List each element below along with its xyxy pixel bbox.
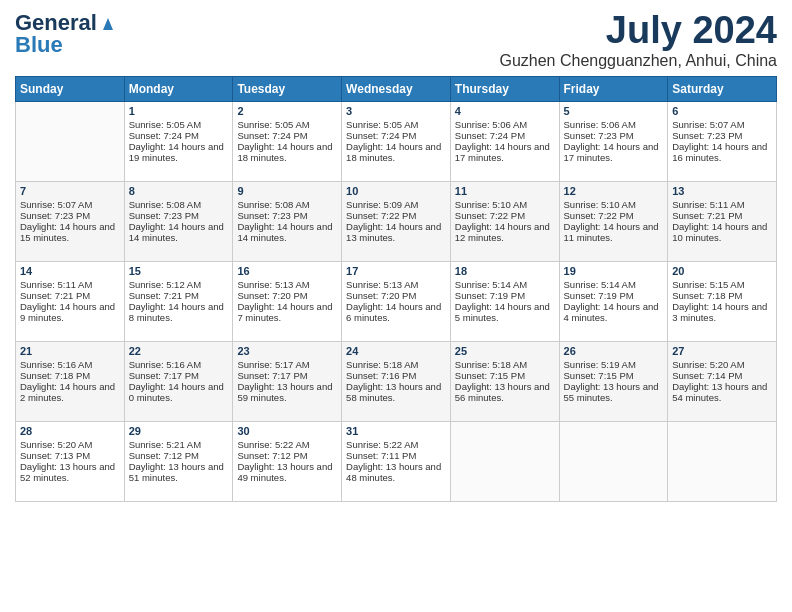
day-number: 9: [237, 185, 337, 197]
calendar-cell: 29Sunrise: 5:21 AMSunset: 7:12 PMDayligh…: [124, 421, 233, 501]
day-number: 14: [20, 265, 120, 277]
page-container: General Blue July 2024 Guzhen Chengguanz…: [0, 0, 792, 512]
sunrise: Sunrise: 5:17 AM: [237, 359, 309, 370]
daylight: Daylight: 14 hours and 15 minutes.: [20, 221, 115, 243]
header-friday: Friday: [559, 76, 668, 101]
daylight: Daylight: 13 hours and 52 minutes.: [20, 461, 115, 483]
daylight: Daylight: 14 hours and 6 minutes.: [346, 301, 441, 323]
sunset: Sunset: 7:24 PM: [346, 130, 416, 141]
header-tuesday: Tuesday: [233, 76, 342, 101]
daylight: Daylight: 14 hours and 14 minutes.: [129, 221, 224, 243]
sunrise: Sunrise: 5:14 AM: [564, 279, 636, 290]
sunrise: Sunrise: 5:14 AM: [455, 279, 527, 290]
sunset: Sunset: 7:12 PM: [129, 450, 199, 461]
sunrise: Sunrise: 5:19 AM: [564, 359, 636, 370]
daylight: Daylight: 14 hours and 19 minutes.: [129, 141, 224, 163]
calendar-cell: 30Sunrise: 5:22 AMSunset: 7:12 PMDayligh…: [233, 421, 342, 501]
day-number: 8: [129, 185, 229, 197]
calendar-cell: 18Sunrise: 5:14 AMSunset: 7:19 PMDayligh…: [450, 261, 559, 341]
sunset: Sunset: 7:13 PM: [20, 450, 90, 461]
calendar-cell: 8Sunrise: 5:08 AMSunset: 7:23 PMDaylight…: [124, 181, 233, 261]
calendar-week-0: 1Sunrise: 5:05 AMSunset: 7:24 PMDaylight…: [16, 101, 777, 181]
location: Guzhen Chengguanzhen, Anhui, China: [499, 52, 777, 70]
day-number: 15: [129, 265, 229, 277]
calendar-cell: 22Sunrise: 5:16 AMSunset: 7:17 PMDayligh…: [124, 341, 233, 421]
calendar-cell: 2Sunrise: 5:05 AMSunset: 7:24 PMDaylight…: [233, 101, 342, 181]
calendar-cell: 28Sunrise: 5:20 AMSunset: 7:13 PMDayligh…: [16, 421, 125, 501]
daylight: Daylight: 14 hours and 13 minutes.: [346, 221, 441, 243]
day-number: 5: [564, 105, 664, 117]
daylight: Daylight: 14 hours and 7 minutes.: [237, 301, 332, 323]
calendar-cell: 4Sunrise: 5:06 AMSunset: 7:24 PMDaylight…: [450, 101, 559, 181]
sunset: Sunset: 7:23 PM: [20, 210, 90, 221]
calendar-cell: [16, 101, 125, 181]
sunset: Sunset: 7:23 PM: [564, 130, 634, 141]
sunset: Sunset: 7:20 PM: [237, 290, 307, 301]
day-number: 29: [129, 425, 229, 437]
day-number: 23: [237, 345, 337, 357]
daylight: Daylight: 13 hours and 58 minutes.: [346, 381, 441, 403]
calendar-cell: [559, 421, 668, 501]
sunrise: Sunrise: 5:20 AM: [20, 439, 92, 450]
sunset: Sunset: 7:19 PM: [564, 290, 634, 301]
day-number: 19: [564, 265, 664, 277]
calendar-week-1: 7Sunrise: 5:07 AMSunset: 7:23 PMDaylight…: [16, 181, 777, 261]
sunset: Sunset: 7:24 PM: [129, 130, 199, 141]
calendar-cell: 25Sunrise: 5:18 AMSunset: 7:15 PMDayligh…: [450, 341, 559, 421]
sunset: Sunset: 7:18 PM: [672, 290, 742, 301]
daylight: Daylight: 14 hours and 14 minutes.: [237, 221, 332, 243]
sunrise: Sunrise: 5:07 AM: [20, 199, 92, 210]
calendar-cell: 23Sunrise: 5:17 AMSunset: 7:17 PMDayligh…: [233, 341, 342, 421]
calendar-cell: 19Sunrise: 5:14 AMSunset: 7:19 PMDayligh…: [559, 261, 668, 341]
sunrise: Sunrise: 5:10 AM: [455, 199, 527, 210]
sunset: Sunset: 7:12 PM: [237, 450, 307, 461]
sunrise: Sunrise: 5:12 AM: [129, 279, 201, 290]
calendar-cell: 1Sunrise: 5:05 AMSunset: 7:24 PMDaylight…: [124, 101, 233, 181]
daylight: Daylight: 14 hours and 11 minutes.: [564, 221, 659, 243]
sunset: Sunset: 7:21 PM: [129, 290, 199, 301]
daylight: Daylight: 13 hours and 55 minutes.: [564, 381, 659, 403]
sunset: Sunset: 7:15 PM: [564, 370, 634, 381]
daylight: Daylight: 14 hours and 17 minutes.: [564, 141, 659, 163]
sunrise: Sunrise: 5:05 AM: [237, 119, 309, 130]
calendar-cell: 13Sunrise: 5:11 AMSunset: 7:21 PMDayligh…: [668, 181, 777, 261]
day-number: 13: [672, 185, 772, 197]
calendar-cell: 26Sunrise: 5:19 AMSunset: 7:15 PMDayligh…: [559, 341, 668, 421]
calendar-cell: 21Sunrise: 5:16 AMSunset: 7:18 PMDayligh…: [16, 341, 125, 421]
month-year: July 2024: [499, 10, 777, 52]
sunset: Sunset: 7:20 PM: [346, 290, 416, 301]
daylight: Daylight: 14 hours and 17 minutes.: [455, 141, 550, 163]
sunrise: Sunrise: 5:05 AM: [346, 119, 418, 130]
sunset: Sunset: 7:23 PM: [129, 210, 199, 221]
sunrise: Sunrise: 5:06 AM: [455, 119, 527, 130]
daylight: Daylight: 14 hours and 5 minutes.: [455, 301, 550, 323]
calendar-cell: 7Sunrise: 5:07 AMSunset: 7:23 PMDaylight…: [16, 181, 125, 261]
daylight: Daylight: 14 hours and 12 minutes.: [455, 221, 550, 243]
daylight: Daylight: 14 hours and 18 minutes.: [346, 141, 441, 163]
sunrise: Sunrise: 5:05 AM: [129, 119, 201, 130]
day-number: 6: [672, 105, 772, 117]
sunrise: Sunrise: 5:08 AM: [129, 199, 201, 210]
calendar-cell: 12Sunrise: 5:10 AMSunset: 7:22 PMDayligh…: [559, 181, 668, 261]
sunrise: Sunrise: 5:20 AM: [672, 359, 744, 370]
sunset: Sunset: 7:22 PM: [346, 210, 416, 221]
sunrise: Sunrise: 5:13 AM: [346, 279, 418, 290]
logo-blue: Blue: [15, 32, 63, 58]
calendar-cell: [450, 421, 559, 501]
svg-marker-0: [103, 18, 113, 30]
header-saturday: Saturday: [668, 76, 777, 101]
sunrise: Sunrise: 5:11 AM: [672, 199, 744, 210]
sunset: Sunset: 7:17 PM: [129, 370, 199, 381]
sunrise: Sunrise: 5:07 AM: [672, 119, 744, 130]
day-number: 4: [455, 105, 555, 117]
sunset: Sunset: 7:22 PM: [564, 210, 634, 221]
calendar-header-row: Sunday Monday Tuesday Wednesday Thursday…: [16, 76, 777, 101]
day-number: 18: [455, 265, 555, 277]
sunrise: Sunrise: 5:16 AM: [20, 359, 92, 370]
daylight: Daylight: 13 hours and 59 minutes.: [237, 381, 332, 403]
calendar-cell: 3Sunrise: 5:05 AMSunset: 7:24 PMDaylight…: [342, 101, 451, 181]
sunrise: Sunrise: 5:18 AM: [346, 359, 418, 370]
day-number: 11: [455, 185, 555, 197]
calendar-cell: 31Sunrise: 5:22 AMSunset: 7:11 PMDayligh…: [342, 421, 451, 501]
day-number: 1: [129, 105, 229, 117]
